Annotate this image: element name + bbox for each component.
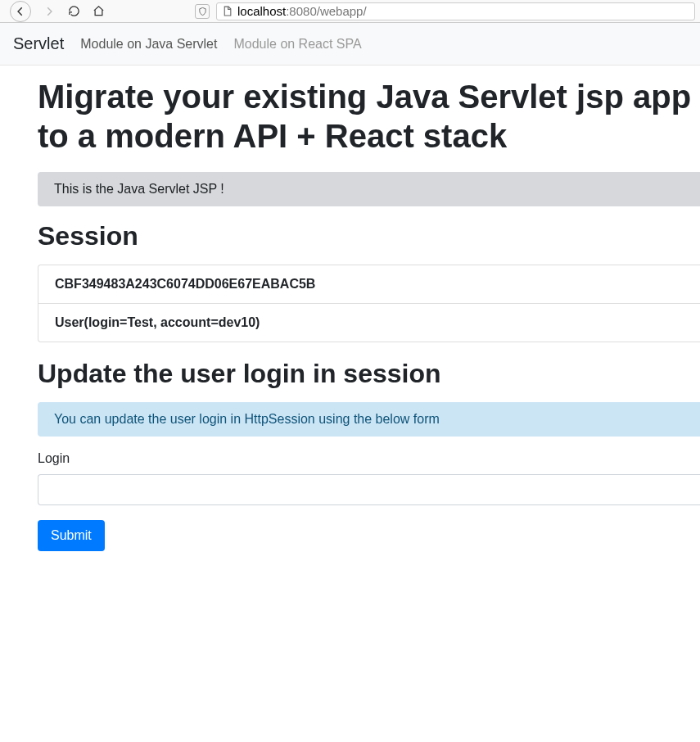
nav-buttons xyxy=(5,1,105,22)
url-text: localhost:8080/webapp/ xyxy=(237,4,367,18)
page-info-icon[interactable] xyxy=(222,6,233,16)
navbar-link-react-spa[interactable]: Module on React SPA xyxy=(233,37,361,52)
reload-button[interactable] xyxy=(67,5,80,18)
login-input[interactable] xyxy=(38,474,700,505)
session-list: CBF349483A243C6074DD06E67EABAC5B User(lo… xyxy=(38,265,700,342)
shield-icon[interactable] xyxy=(195,4,210,19)
browser-toolbar: localhost:8080/webapp/ xyxy=(0,0,700,23)
url-path: :8080/webapp/ xyxy=(286,4,366,18)
back-button[interactable] xyxy=(10,1,31,22)
url-bar-section: localhost:8080/webapp/ xyxy=(195,2,695,20)
navbar-link-java-servlet[interactable]: Module on Java Servlet xyxy=(80,37,217,52)
submit-button[interactable]: Submit xyxy=(38,520,105,551)
page-title: Migrate your existing Java Servlet jsp a… xyxy=(38,77,700,156)
alert-info: You can update the user login in HttpSes… xyxy=(38,402,700,437)
session-heading: Session xyxy=(38,221,700,251)
alert-servlet: This is the Java Servlet JSP ! xyxy=(38,172,700,206)
app-navbar: Servlet Module on Java Servlet Module on… xyxy=(0,23,700,66)
update-heading: Update the user login in session xyxy=(38,359,700,389)
main-content: Migrate your existing Java Servlet jsp a… xyxy=(0,77,700,568)
home-button[interactable] xyxy=(92,5,105,18)
session-id: CBF349483A243C6074DD06E67EABAC5B xyxy=(38,265,700,304)
navbar-brand[interactable]: Servlet xyxy=(13,34,64,53)
forward-button[interactable] xyxy=(43,5,56,18)
session-user: User(login=Test, account=dev10) xyxy=(38,304,700,342)
login-label: Login xyxy=(38,451,700,466)
url-bar[interactable]: localhost:8080/webapp/ xyxy=(216,2,695,20)
url-host: localhost xyxy=(237,4,286,18)
